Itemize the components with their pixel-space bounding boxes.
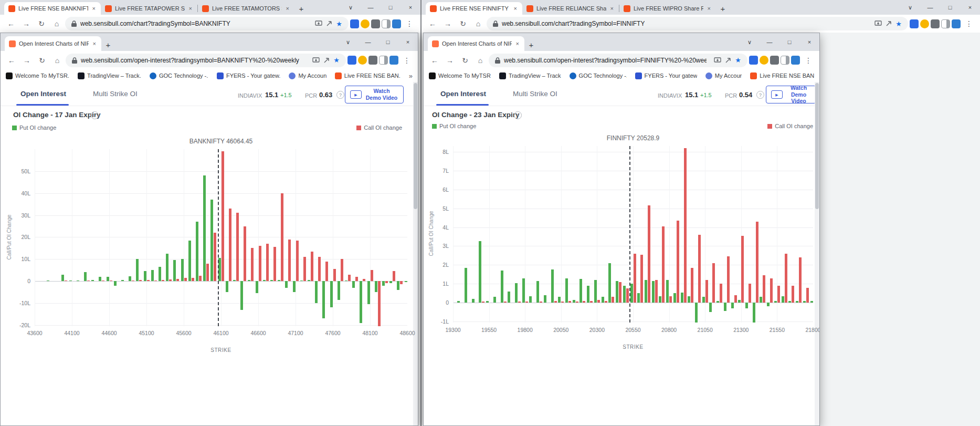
put-oi-bar[interactable] bbox=[345, 280, 347, 281]
tab-search-icon[interactable]: ∨ bbox=[338, 33, 358, 51]
put-oi-bar[interactable] bbox=[203, 175, 206, 281]
call-oi-bar[interactable] bbox=[206, 264, 209, 281]
call-oi-bar[interactable] bbox=[763, 275, 765, 303]
put-oi-bar[interactable] bbox=[515, 283, 518, 303]
tab-close-icon[interactable]: × bbox=[513, 5, 518, 12]
call-oi-bar[interactable] bbox=[244, 226, 246, 282]
call-oi-bar[interactable] bbox=[251, 248, 254, 281]
call-oi-bar[interactable] bbox=[634, 254, 636, 303]
put-oi-bar[interactable] bbox=[782, 296, 784, 303]
put-oi-bar[interactable] bbox=[587, 286, 589, 303]
call-oi-bar[interactable] bbox=[518, 302, 521, 303]
reload-icon[interactable]: ↻ bbox=[456, 17, 470, 30]
browser-tab[interactable]: Open Interest Charts of NIFTY, B... × bbox=[5, 36, 101, 51]
menu-icon[interactable]: ⋮ bbox=[962, 17, 976, 30]
close-button[interactable]: × bbox=[401, 0, 420, 15]
tab-search-icon[interactable]: ∨ bbox=[900, 0, 920, 15]
put-oi-bar[interactable] bbox=[382, 281, 385, 285]
call-oi-bar[interactable] bbox=[400, 281, 403, 284]
put-oi-bar[interactable] bbox=[529, 296, 532, 303]
put-oi-bar[interactable] bbox=[300, 280, 303, 281]
puzzle-icon[interactable] bbox=[371, 19, 380, 28]
put-oi-bar[interactable] bbox=[270, 280, 273, 281]
call-oi-bar[interactable] bbox=[669, 296, 672, 303]
new-tab-button[interactable]: + bbox=[524, 38, 538, 51]
call-oi-bar[interactable] bbox=[266, 244, 269, 281]
put-oi-bar[interactable] bbox=[630, 284, 633, 303]
put-oi-bar[interactable] bbox=[338, 281, 340, 300]
put-oi-bar[interactable] bbox=[652, 281, 655, 303]
put-oi-bar[interactable] bbox=[796, 301, 798, 303]
browser-tab[interactable]: Live FREE TATAMOTORS Share... × bbox=[198, 2, 294, 15]
call-oi-bar[interactable] bbox=[504, 302, 507, 303]
put-oi-bar[interactable] bbox=[645, 280, 647, 303]
tab-close-icon[interactable]: × bbox=[609, 5, 615, 12]
help-icon[interactable]: ? bbox=[514, 111, 522, 119]
call-oi-bar[interactable] bbox=[691, 268, 693, 303]
back-icon[interactable]: ← bbox=[428, 54, 441, 67]
call-oi-bar[interactable] bbox=[684, 148, 687, 303]
call-oi-bar[interactable] bbox=[311, 252, 313, 282]
browser-tab[interactable]: Live FREE TATAPOWER Share ... × bbox=[101, 2, 197, 15]
call-oi-bar[interactable] bbox=[806, 288, 809, 303]
put-oi-bar[interactable] bbox=[308, 280, 310, 281]
call-oi-bar[interactable] bbox=[385, 281, 388, 283]
forward-icon[interactable]: → bbox=[443, 54, 457, 67]
call-oi-bar[interactable] bbox=[540, 302, 542, 303]
call-oi-bar[interactable] bbox=[281, 193, 283, 281]
put-oi-bar[interactable] bbox=[767, 303, 770, 306]
put-oi-bar[interactable] bbox=[608, 263, 611, 303]
put-oi-bar[interactable] bbox=[788, 301, 791, 303]
menu-icon[interactable]: ⋮ bbox=[403, 17, 416, 30]
call-oi-bar[interactable] bbox=[259, 246, 261, 281]
bookmark-item[interactable]: Welcome To MyTSR... bbox=[6, 72, 69, 79]
put-oi-bar[interactable] bbox=[114, 281, 117, 285]
tab-multi-strike-oi[interactable]: Multi Strike OI bbox=[93, 90, 138, 98]
put-oi-bar[interactable] bbox=[352, 281, 355, 288]
put-oi-bar[interactable] bbox=[121, 280, 124, 281]
call-oi-bar[interactable] bbox=[655, 280, 658, 303]
put-oi-bar[interactable] bbox=[558, 297, 561, 303]
tab-open-interest[interactable]: Open Interest bbox=[440, 90, 486, 98]
put-oi-bar[interactable] bbox=[738, 300, 741, 303]
call-oi-bar[interactable] bbox=[568, 301, 571, 303]
put-oi-bar[interactable] bbox=[716, 301, 719, 303]
shield-icon[interactable] bbox=[952, 19, 961, 28]
bookmark-item[interactable]: Live FREE NSE BAN... bbox=[750, 72, 814, 79]
put-oi-bar[interactable] bbox=[681, 293, 683, 303]
sidebar-icon[interactable] bbox=[379, 56, 388, 65]
put-oi-bar[interactable] bbox=[69, 280, 72, 281]
minimize-button[interactable]: — bbox=[358, 33, 378, 51]
close-button[interactable]: × bbox=[799, 33, 819, 51]
put-oi-bar[interactable] bbox=[99, 277, 101, 281]
call-oi-bar[interactable] bbox=[333, 269, 336, 281]
call-oi-bar[interactable] bbox=[296, 241, 299, 281]
put-oi-bar[interactable] bbox=[602, 297, 604, 303]
bookmark-item[interactable]: TradingView – Track... bbox=[499, 72, 561, 79]
address-bar[interactable]: web.sensibull.com/open-interest?tradings… bbox=[489, 54, 747, 67]
forward-icon[interactable]: → bbox=[441, 17, 455, 30]
put-oi-bar[interactable] bbox=[616, 281, 618, 303]
address-bar[interactable]: web.sensibull.com/chart?tradingSymbol=BA… bbox=[65, 17, 349, 30]
extension-icon[interactable] bbox=[760, 56, 768, 65]
scrollbar-thumb[interactable] bbox=[815, 83, 819, 209]
put-oi-bar[interactable] bbox=[233, 280, 236, 281]
call-oi-bar[interactable] bbox=[749, 284, 751, 303]
call-oi-bar[interactable] bbox=[132, 280, 134, 281]
call-oi-bar[interactable] bbox=[727, 256, 730, 303]
put-oi-bar[interactable] bbox=[397, 281, 399, 290]
put-oi-bar[interactable] bbox=[472, 299, 475, 303]
put-oi-bar[interactable] bbox=[240, 281, 243, 309]
call-oi-bar[interactable] bbox=[348, 275, 351, 282]
put-oi-bar[interactable] bbox=[573, 300, 575, 303]
browser-tab[interactable]: Live FREE NSE FINNIFTY Ind... × bbox=[426, 2, 522, 15]
extension-icon[interactable] bbox=[347, 56, 356, 65]
put-oi-bar[interactable] bbox=[226, 281, 228, 292]
bookmarks-overflow-icon[interactable]: » bbox=[409, 72, 413, 80]
new-tab-button[interactable]: + bbox=[716, 2, 730, 15]
reload-icon[interactable]: ↻ bbox=[35, 17, 48, 30]
maximize-button[interactable]: □ bbox=[378, 33, 398, 51]
share-icon[interactable] bbox=[886, 20, 892, 27]
put-oi-bar[interactable] bbox=[457, 301, 460, 303]
put-oi-bar[interactable] bbox=[188, 241, 191, 281]
